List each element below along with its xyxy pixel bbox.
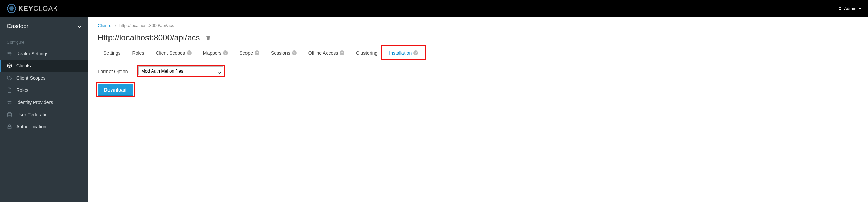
- sidebar-item-client-scopes[interactable]: Client Scopes: [0, 72, 88, 84]
- sidebar-item-realm-settings[interactable]: Realm Settings: [0, 47, 88, 60]
- download-button[interactable]: Download: [98, 84, 133, 96]
- sidebar-section-label: Configure: [0, 36, 88, 47]
- realm-name: Casdoor: [7, 23, 28, 30]
- breadcrumb-root-link[interactable]: Clients: [98, 23, 111, 28]
- svg-rect-8: [8, 126, 11, 129]
- tab-settings[interactable]: Settings: [98, 47, 126, 59]
- tab-label: Scope: [239, 50, 253, 56]
- sidebar-item-authentication[interactable]: Authentication: [0, 121, 88, 133]
- page-title-row: Http://localhost:8000/api/acs: [98, 33, 859, 42]
- tags-icon: [7, 75, 12, 81]
- sidebar-item-label: Identity Providers: [16, 100, 53, 105]
- tab-sessions[interactable]: Sessions?: [265, 47, 302, 59]
- logo-text: KEYCLOAK: [18, 5, 58, 13]
- cube-icon: [7, 63, 12, 68]
- main-content: Clients › http://localhost:8000/api/acs …: [88, 17, 868, 202]
- sidebar-item-clients[interactable]: Clients: [0, 60, 88, 72]
- help-icon[interactable]: ?: [292, 50, 297, 55]
- tab-scope[interactable]: Scope?: [234, 47, 265, 59]
- database-icon: [7, 112, 12, 117]
- tabs: SettingsRolesClient Scopes?Mappers?Scope…: [98, 47, 859, 59]
- tab-label: Client Scopes: [156, 50, 185, 56]
- svg-point-5: [10, 55, 11, 56]
- tab-label: Clustering: [356, 50, 377, 56]
- tab-label: Settings: [103, 50, 121, 56]
- keycloak-logo-icon: [7, 4, 16, 13]
- delete-button[interactable]: [205, 35, 211, 41]
- exchange-icon: [7, 100, 12, 105]
- help-icon[interactable]: ?: [413, 50, 418, 55]
- tab-label: Offline Access: [308, 50, 338, 56]
- tab-label: Mappers: [203, 50, 221, 56]
- format-option-label: Format Option: [98, 66, 132, 75]
- sidebar-item-label: User Federation: [16, 112, 50, 117]
- realm-selector[interactable]: Casdoor: [0, 17, 88, 36]
- format-option-select-wrap: Mod Auth Mellon files: [138, 66, 223, 75]
- sidebar-item-roles[interactable]: Roles: [0, 84, 88, 96]
- logo[interactable]: KEYCLOAK: [7, 4, 58, 13]
- user-label: Admin: [844, 6, 856, 11]
- svg-marker-1: [9, 6, 14, 11]
- tab-installation[interactable]: Installation?: [383, 47, 424, 59]
- tab-offline-access[interactable]: Offline Access?: [302, 47, 350, 59]
- help-icon[interactable]: ?: [187, 50, 192, 55]
- tab-label: Roles: [132, 50, 144, 56]
- chevron-right-icon: ›: [115, 23, 116, 28]
- svg-point-4: [8, 53, 9, 54]
- chevron-down-icon: [77, 23, 81, 30]
- lock-icon: [7, 124, 12, 129]
- tab-label: Installation: [389, 50, 412, 56]
- format-option-row: Format Option Mod Auth Mellon files: [98, 66, 859, 75]
- trash-icon: [205, 35, 211, 41]
- sidebar-item-label: Clients: [16, 63, 31, 68]
- chevron-down-icon: [859, 6, 861, 11]
- page-title: Http://localhost:8000/api/acs: [98, 33, 200, 42]
- help-icon[interactable]: ?: [223, 50, 228, 55]
- help-icon[interactable]: ?: [340, 50, 344, 55]
- tab-label: Sessions: [271, 50, 290, 56]
- format-option-select[interactable]: Mod Auth Mellon files: [138, 66, 223, 75]
- tab-client-scopes[interactable]: Client Scopes?: [150, 47, 197, 59]
- svg-point-2: [839, 7, 841, 8]
- breadcrumb-current: http://localhost:8000/api/acs: [119, 23, 174, 28]
- user-icon: [838, 6, 842, 11]
- sidebar-item-identity-providers[interactable]: Identity Providers: [0, 96, 88, 108]
- sidebar-item-label: Authentication: [16, 124, 46, 129]
- sidebar-item-label: Client Scopes: [16, 75, 45, 81]
- tab-roles[interactable]: Roles: [126, 47, 150, 59]
- svg-point-7: [8, 112, 12, 114]
- svg-point-3: [10, 52, 11, 53]
- file-icon: [7, 87, 12, 93]
- user-menu[interactable]: Admin: [838, 6, 861, 11]
- sidebar-item-user-federation[interactable]: User Federation: [0, 108, 88, 121]
- svg-point-6: [8, 77, 9, 77]
- tab-mappers[interactable]: Mappers?: [197, 47, 234, 59]
- sidebar: Casdoor Configure Realm SettingsClientsC…: [0, 17, 88, 202]
- tab-clustering[interactable]: Clustering: [350, 47, 383, 59]
- breadcrumb: Clients › http://localhost:8000/api/acs: [98, 23, 859, 28]
- help-icon[interactable]: ?: [255, 50, 259, 55]
- sidebar-item-label: Realm Settings: [16, 51, 48, 56]
- top-header: KEYCLOAK Admin: [0, 0, 868, 17]
- sliders-icon: [7, 51, 12, 56]
- sidebar-item-label: Roles: [16, 87, 28, 93]
